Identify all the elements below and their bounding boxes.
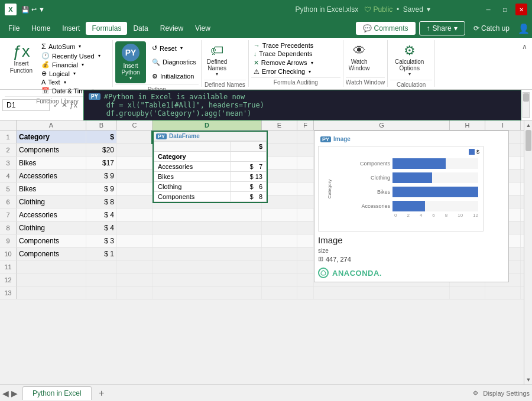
cell-F13[interactable] <box>297 286 314 299</box>
financial-button[interactable]: 💰 Financial ▾ <box>39 60 110 69</box>
cell-F5[interactable] <box>297 182 314 195</box>
cell-C13[interactable] <box>117 286 153 299</box>
cell-B8[interactable]: $ 4 <box>86 221 117 234</box>
cell-G1[interactable]: PY Image $ Category <box>314 131 450 143</box>
cell-reference-box[interactable]: D1 <box>2 99 50 111</box>
watch-window-button[interactable]: 👁 WatchWindow <box>346 41 373 73</box>
cell-D8[interactable] <box>153 221 262 234</box>
function-expand-icon[interactable]: ƒx <box>70 101 77 109</box>
comments-button[interactable]: 💬 Comments <box>356 22 416 35</box>
col-header-F[interactable]: F <box>297 120 314 130</box>
menu-data[interactable]: Data <box>127 22 154 35</box>
insert-python-button[interactable]: PY InsertPython ▾ <box>115 41 146 83</box>
recently-used-button[interactable]: 🕐 Recently Used ▾ <box>39 51 110 60</box>
cell-B12[interactable] <box>86 273 117 286</box>
cell-A13[interactable] <box>17 286 86 299</box>
cell-D9[interactable] <box>153 234 262 247</box>
cell-E7[interactable] <box>262 208 297 221</box>
defined-names-button[interactable]: 🏷 DefinedNames ▾ <box>204 41 230 79</box>
cell-B11[interactable] <box>86 260 117 273</box>
maximize-button[interactable]: □ <box>499 4 511 15</box>
cell-A8[interactable]: Clothing <box>17 221 86 234</box>
share-button[interactable]: ↑ Share ▾ <box>419 21 465 35</box>
formula-scrollbar[interactable] <box>523 92 530 118</box>
autosum-button[interactable]: Σ AutoSum ▾ <box>39 41 110 51</box>
cell-A10[interactable]: Components <box>17 247 86 260</box>
cell-C10[interactable] <box>117 247 153 260</box>
cell-B9[interactable]: $ 3 <box>86 234 117 247</box>
vertical-scrollbar[interactable]: ▲ ▼ <box>524 120 532 384</box>
col-header-G[interactable]: G <box>314 120 450 130</box>
close-button[interactable]: ✕ <box>515 4 527 15</box>
cell-E12[interactable] <box>262 273 297 286</box>
cell-E10[interactable] <box>262 247 297 260</box>
tab-prev-button[interactable]: ◀ <box>2 389 9 398</box>
cell-F6[interactable] <box>297 195 314 208</box>
insert-function-button[interactable]: ƒx Insert Function <box>5 41 38 76</box>
scroll-thumb[interactable] <box>525 130 531 151</box>
tab-next-button[interactable]: ▶ <box>11 389 18 398</box>
cell-A3[interactable]: Bikes <box>17 157 86 169</box>
cell-E9[interactable] <box>262 234 297 247</box>
cell-D11[interactable] <box>153 260 262 273</box>
cell-A12[interactable] <box>17 273 86 286</box>
col-header-C[interactable]: C <box>117 120 153 130</box>
cell-B10[interactable]: $ 1 <box>86 247 117 260</box>
cell-C6[interactable] <box>117 195 153 208</box>
menu-formulas[interactable]: Formulas <box>86 22 127 35</box>
cell-A4[interactable]: Accessories <box>17 169 86 182</box>
cell-E8[interactable] <box>262 221 297 234</box>
menu-view[interactable]: View <box>189 22 216 35</box>
cell-F2[interactable] <box>297 144 314 156</box>
check-icon[interactable]: ✓ <box>53 101 59 109</box>
cell-G13[interactable] <box>314 286 450 299</box>
cell-B1[interactable]: $ <box>86 131 117 143</box>
error-checking-button[interactable]: ⚠ Error Checking ▾ <box>251 67 340 76</box>
cell-A2[interactable]: Components <box>17 144 86 156</box>
cell-E13[interactable] <box>262 286 297 299</box>
cell-B6[interactable]: $ 8 <box>86 195 117 208</box>
display-settings-label[interactable]: Display Settings <box>483 390 530 397</box>
formula-input[interactable]: PY #Python in Excel is available now df … <box>83 90 521 120</box>
catchup-button[interactable]: ⟳ Catch up <box>469 22 514 35</box>
ribbon-collapse-button[interactable]: ∧ <box>520 40 530 87</box>
cell-C1[interactable] <box>117 131 153 143</box>
cell-C4[interactable] <box>117 169 153 182</box>
cell-D13[interactable] <box>153 286 262 299</box>
menu-insert[interactable]: Insert <box>56 22 86 35</box>
cell-C3[interactable] <box>117 157 153 169</box>
minimize-button[interactable]: ─ <box>482 4 494 15</box>
cell-C11[interactable] <box>117 260 153 273</box>
scroll-up-button[interactable]: ▲ <box>524 120 532 130</box>
menu-review[interactable]: Review <box>154 22 189 35</box>
cell-A5[interactable]: Bikes <box>17 182 86 195</box>
cell-I13[interactable] <box>485 286 521 299</box>
cell-D10[interactable] <box>153 247 262 260</box>
cell-F3[interactable] <box>297 157 314 169</box>
cell-F1[interactable] <box>297 131 314 143</box>
cross-icon[interactable]: ✕ <box>61 101 67 109</box>
cell-C5[interactable] <box>117 182 153 195</box>
remove-arrows-button[interactable]: ✕ Remove Arrows ▾ <box>251 58 340 67</box>
cell-C8[interactable] <box>117 221 153 234</box>
cell-B2[interactable]: $20 <box>86 144 117 156</box>
col-header-H[interactable]: H <box>450 120 485 130</box>
cell-C12[interactable] <box>117 273 153 286</box>
cell-F7[interactable] <box>297 208 314 221</box>
cell-A9[interactable]: Components <box>17 234 86 247</box>
cell-D1[interactable]: PY DataFrame $ Category <box>153 131 262 143</box>
cell-F4[interactable] <box>297 169 314 182</box>
cell-D7[interactable] <box>153 208 262 221</box>
cell-A6[interactable]: Clothing <box>17 195 86 208</box>
cell-C2[interactable] <box>117 144 153 156</box>
trace-dependents-button[interactable]: ↓ Trace Dependents <box>251 50 340 58</box>
menu-file[interactable]: File <box>2 22 25 35</box>
cell-B13[interactable] <box>86 286 117 299</box>
trace-precedents-button[interactable]: → Trace Precedents <box>251 41 340 50</box>
col-header-I[interactable]: I <box>485 120 521 130</box>
text-button[interactable]: A Text ▾ <box>39 78 110 86</box>
logical-button[interactable]: ⊕ Logical ▾ <box>39 69 110 78</box>
cell-B4[interactable]: $ 9 <box>86 169 117 182</box>
scroll-down-button[interactable]: ▼ <box>524 375 532 384</box>
cell-B5[interactable]: $ 9 <box>86 182 117 195</box>
